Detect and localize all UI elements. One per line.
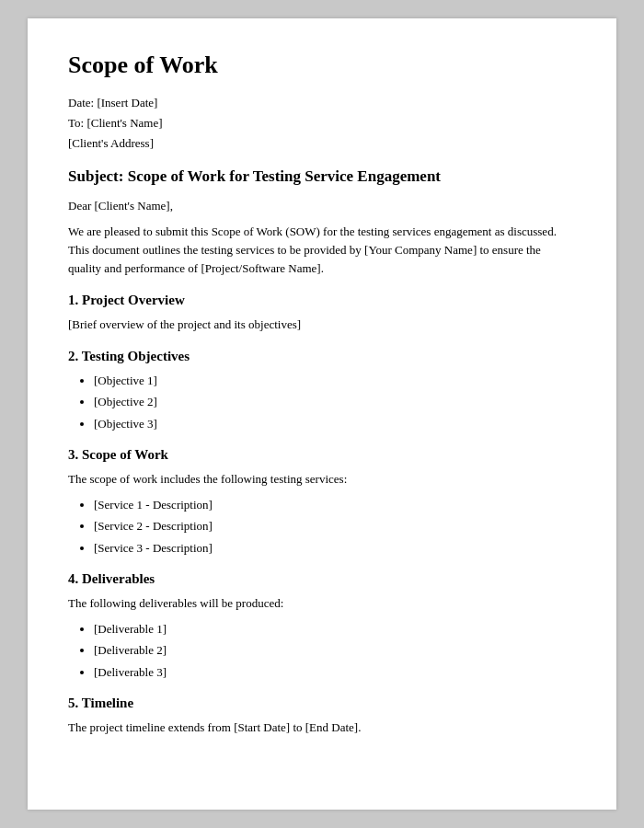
section-4-text: The following deliverables will be produ… <box>68 594 576 613</box>
section-4-heading: 4. Deliverables <box>68 571 576 587</box>
list-item: [Service 2 - Description] <box>94 517 576 535</box>
section-1-heading: 1. Project Overview <box>68 293 576 308</box>
date-line: Date: [Insert Date] <box>68 96 576 110</box>
list-item: [Objective 1] <box>94 372 576 390</box>
scope-services-list: [Service 1 - Description] [Service 2 - D… <box>94 496 576 558</box>
section-2-heading: 2. Testing Objectives <box>68 349 576 364</box>
list-item: [Deliverable 3] <box>94 663 576 682</box>
address-line: [Client's Address] <box>68 136 576 151</box>
section-5-heading: 5. Timeline <box>68 696 576 711</box>
section-3-heading: 3. Scope of Work <box>68 447 576 463</box>
dear-line: Dear [Client's Name], <box>68 199 576 213</box>
list-item: [Objective 3] <box>94 415 576 433</box>
section-5-text: The project timeline extends from [Start… <box>68 719 576 737</box>
intro-paragraph: We are pleased to submit this Scope of W… <box>68 223 576 278</box>
list-item: [Service 3 - Description] <box>94 539 576 558</box>
list-item: [Service 1 - Description] <box>94 496 576 514</box>
testing-objectives-list: [Objective 1] [Objective 2] [Objective 3… <box>94 372 576 433</box>
document-title: Scope of Work <box>68 52 576 79</box>
list-item: [Objective 2] <box>94 393 576 411</box>
section-1-text: [Brief overview of the project and its o… <box>68 316 576 334</box>
section-3-text: The scope of work includes the following… <box>68 470 576 489</box>
to-line: To: [Client's Name] <box>68 116 576 131</box>
document-container: Scope of Work Date: [Insert Date] To: [C… <box>28 18 616 810</box>
list-item: [Deliverable 2] <box>94 641 576 660</box>
list-item: [Deliverable 1] <box>94 620 576 638</box>
subject-heading: Subject: Scope of Work for Testing Servi… <box>68 167 576 186</box>
deliverables-list: [Deliverable 1] [Deliverable 2] [Deliver… <box>94 620 576 682</box>
